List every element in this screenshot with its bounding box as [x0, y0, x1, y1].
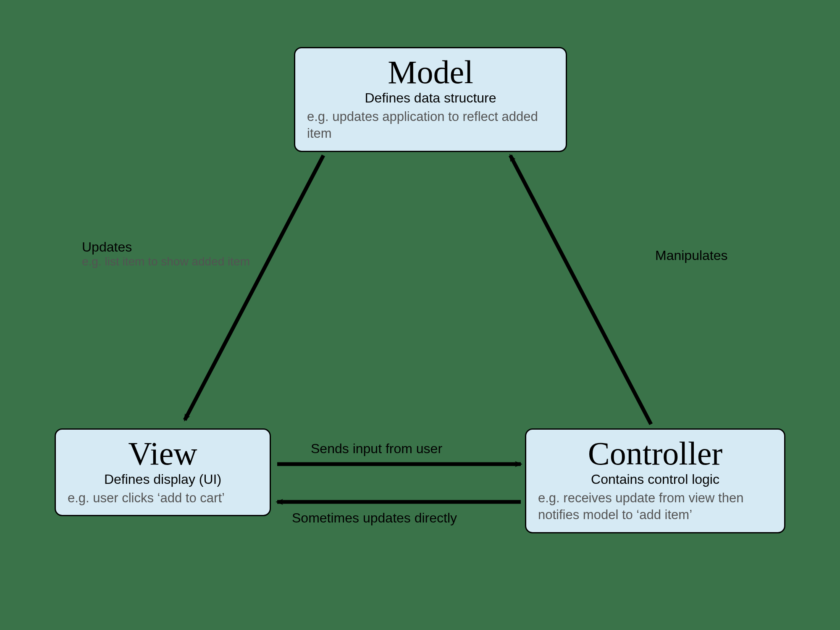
label-controller-to-view: Sometimes updates directly — [292, 510, 457, 526]
controller-example: e.g. receives update from view then noti… — [538, 490, 772, 524]
label-controller-to-model: Manipulates — [655, 248, 728, 263]
label-updates-secondary: e.g. list item to show added item — [82, 255, 275, 268]
view-node: View Defines display (UI) e.g. user clic… — [55, 428, 271, 516]
view-example: e.g. user clicks ‘add to cart’ — [68, 490, 258, 507]
controller-node: Controller Contains control logic e.g. r… — [525, 428, 785, 533]
model-node: Model Defines data structure e.g. update… — [294, 47, 567, 152]
view-title: View — [68, 437, 258, 470]
label-updates-primary: Updates — [82, 239, 275, 255]
controller-title: Controller — [538, 437, 772, 470]
arrow-controller-to-model — [510, 155, 651, 424]
label-model-to-view: Updates e.g. list item to show added ite… — [82, 239, 275, 268]
model-title: Model — [307, 56, 554, 89]
label-view-to-controller: Sends input from user — [311, 441, 442, 457]
model-example: e.g. updates application to reflect adde… — [307, 108, 554, 142]
label-manipulates-primary: Manipulates — [655, 248, 728, 263]
arrow-model-to-view — [185, 155, 323, 420]
label-sends-input-primary: Sends input from user — [311, 441, 442, 457]
controller-subtitle: Contains control logic — [538, 472, 772, 487]
model-subtitle: Defines data structure — [307, 90, 554, 106]
view-subtitle: Defines display (UI) — [68, 472, 258, 487]
label-sometimes-updates-primary: Sometimes updates directly — [292, 510, 457, 526]
